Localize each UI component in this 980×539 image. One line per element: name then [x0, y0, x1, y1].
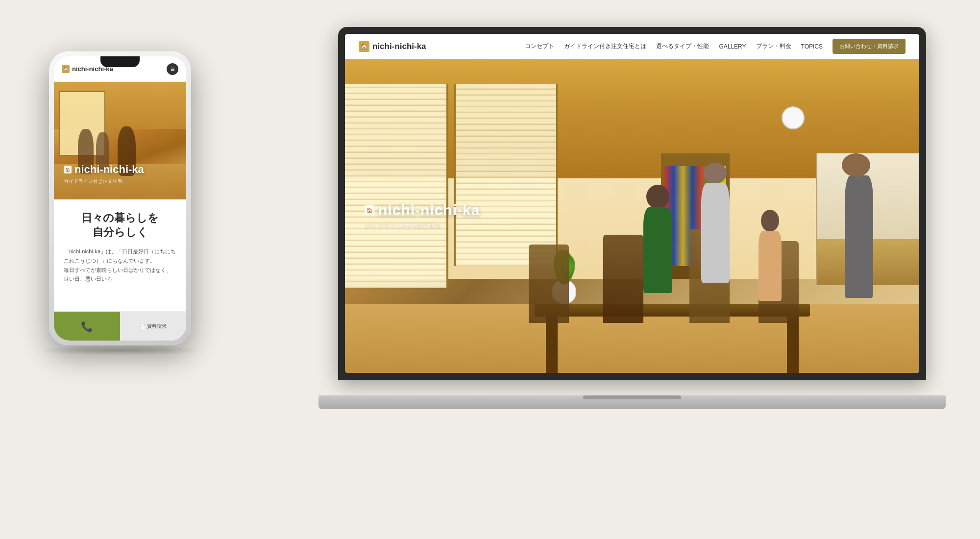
phone-call-button[interactable]: 📞	[54, 312, 120, 341]
hero-logo-row: 🏠 nichi-nichi-ka	[365, 202, 480, 219]
hero-logo-icon: 🏠	[365, 205, 374, 215]
nav-item-concept[interactable]: コンセプト	[525, 42, 554, 50]
phone-hero-brand: nichi-nichi-ka	[74, 163, 144, 176]
laptop-hinge	[583, 395, 681, 399]
hero-person-child-right	[759, 210, 782, 310]
phone-icon: 📞	[81, 320, 93, 332]
site-hero: 🏠 nichi-nichi-ka ガイドライン付き注文住宅	[345, 59, 919, 373]
phone-heading-line1: 日々の暮らしを	[81, 212, 159, 224]
site-logo-text: nichi-nichi-ka	[372, 42, 426, 51]
phone-shadow	[35, 345, 205, 355]
phone-content: 日々の暮らしを 自分らしく 「nichi-nichi-ka」は、「日日是好日（に…	[54, 199, 186, 311]
phone-menu-button[interactable]: ≡	[167, 63, 178, 75]
hero-window-far-left	[345, 84, 448, 288]
nav-cta-button[interactable]: お問い合わせ・資料請求	[833, 39, 906, 54]
hero-chair-1	[529, 245, 569, 323]
nav-item-type[interactable]: 選べるタイプ・性能	[656, 42, 709, 50]
laptop-base	[318, 395, 946, 409]
hero-clock	[782, 106, 805, 129]
site-navbar: 🏠 nichi-nichi-ka コンセプト ガイドライン付き注文住宅とは 選べ…	[345, 34, 919, 59]
laptop-device: 🏠 nichi-nichi-ka コンセプト ガイドライン付き注文住宅とは 選べ…	[338, 27, 926, 409]
phone-body-text: 「nichi-nichi-ka」は、「日日是好日（にちにちこれこうじつ）」にちな…	[64, 247, 176, 284]
hero-chair-2	[603, 235, 643, 322]
phone-device: 🏠 nichi-nichi-ka ≡	[49, 51, 191, 345]
phone-hero-tagline: ガイドライン付き注文住宅	[64, 178, 144, 185]
nav-item-plan[interactable]: プラン・料金	[756, 42, 791, 50]
phone-heading-line2: 自分らしく	[93, 226, 148, 238]
nav-item-guideline[interactable]: ガイドライン付き注文住宅とは	[564, 42, 646, 50]
hero-brand-name: nichi-nichi-ka	[378, 202, 480, 219]
phone-doc-button[interactable]: 📄 資料請求	[120, 312, 186, 341]
phone-screen: 🏠 nichi-nichi-ka ≡	[54, 56, 186, 341]
hero-tagline: ガイドライン付き注文住宅	[365, 221, 480, 230]
phone-bottom-bar[interactable]: 📞 📄 資料請求	[54, 311, 186, 341]
nav-item-gallery[interactable]: GALLERY	[719, 43, 746, 50]
hero-window-center-left	[454, 84, 558, 266]
laptop-lid: 🏠 nichi-nichi-ka コンセプト ガイドライン付き注文住宅とは 選べ…	[338, 27, 926, 380]
phone-hero: 🏠 nichi-nichi-ka ガイドライン付き注文住宅	[54, 82, 186, 199]
hero-person-adult-center	[701, 163, 730, 294]
site-nav-links: コンセプト ガイドライン付き注文住宅とは 選べるタイプ・性能 GALLERY プ…	[525, 39, 906, 54]
scene: 🏠 nichi-nichi-ka ≡	[24, 12, 956, 527]
phone-logo-icon: 🏠	[62, 65, 70, 73]
phone-shell: 🏠 nichi-nichi-ka ≡	[49, 51, 191, 345]
hero-person-child	[643, 185, 672, 304]
phone-hero-logo-row: 🏠 nichi-nichi-ka	[64, 163, 144, 176]
phone-notch	[100, 56, 140, 67]
phone-hero-overlay: 🏠 nichi-nichi-ka ガイドライン付き注文住宅	[64, 163, 144, 185]
hero-overlay: 🏠 nichi-nichi-ka ガイドライン付き注文住宅	[365, 202, 480, 230]
phone-menu-icon: ≡	[171, 65, 174, 73]
nav-item-topics[interactable]: TOPICS	[801, 43, 823, 50]
site-logo: 🏠 nichi-nichi-ka	[359, 41, 426, 52]
phone-main-heading: 日々の暮らしを 自分らしく	[64, 211, 176, 239]
laptop-screen: 🏠 nichi-nichi-ka コンセプト ガイドライン付き注文住宅とは 選べ…	[345, 34, 919, 373]
phone-doc-label: 📄 資料請求	[140, 323, 167, 330]
site-logo-icon: 🏠	[359, 41, 369, 52]
phone-hero-logo-icon: 🏠	[64, 166, 72, 173]
hero-person-adult	[845, 153, 874, 310]
